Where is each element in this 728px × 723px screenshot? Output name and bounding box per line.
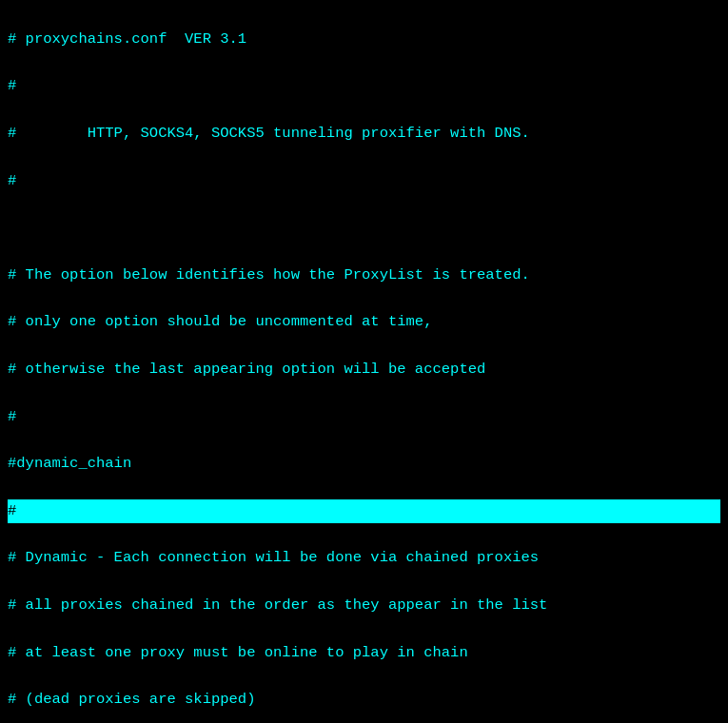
terminal-line: # HTTP, SOCKS4, SOCKS5 tunneling proxifi… — [8, 122, 720, 146]
terminal-line: # otherwise the last appearing option wi… — [8, 358, 720, 381]
terminal-line: # only one option should be uncommented … — [8, 310, 720, 334]
terminal-line: # The option below identifies how the Pr… — [8, 264, 720, 287]
terminal-line: # — [8, 405, 720, 429]
terminal-line: # — [8, 169, 720, 193]
terminal-line: # — [8, 499, 720, 523]
terminal-line: # proxychains.conf VER 3.1 — [8, 28, 720, 51]
terminal-line: # at least one proxy must be online to p… — [8, 641, 720, 665]
terminal-line — [8, 216, 720, 240]
terminal-line: # — [8, 74, 720, 98]
terminal-line: # (dead proxies are skipped) — [8, 688, 720, 712]
terminal-window: # proxychains.conf VER 3.1 # # HTTP, SOC… — [0, 0, 728, 723]
terminal-line: # all proxies chained in the order as th… — [8, 594, 720, 617]
terminal-line: #dynamic_chain — [8, 452, 720, 476]
terminal-line: # Dynamic - Each connection will be done… — [8, 546, 720, 570]
